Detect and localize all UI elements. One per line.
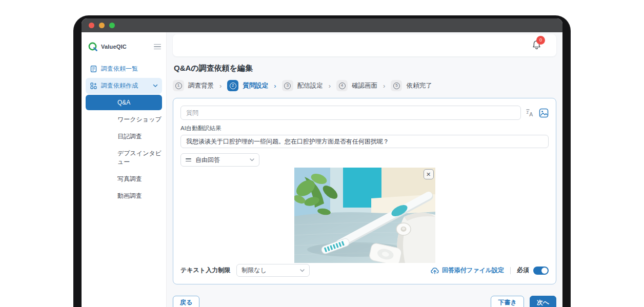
sidebar-item-label: 調査依頼一覧	[101, 65, 138, 73]
notification-bell-button[interactable]: 0	[532, 39, 543, 52]
add-image-icon[interactable]	[539, 108, 549, 118]
valueqic-logo-icon	[88, 42, 98, 52]
step-separator-icon: ›	[383, 82, 385, 90]
answer-type-select[interactable]: 自由回答	[180, 153, 259, 167]
step-delivery-settings[interactable]: 3 配信設定	[282, 80, 323, 91]
attachment-settings-label: 回答添付ファイル設定	[442, 266, 504, 275]
step-request-complete[interactable]: 5 依頼完了	[391, 80, 432, 91]
back-button[interactable]: 戻る	[173, 296, 199, 307]
svg-text:z: z	[527, 109, 529, 114]
toothbrush-toothpaste-photo	[294, 168, 435, 263]
step-separator-icon: ›	[274, 82, 276, 90]
divider	[510, 267, 511, 274]
zoom-window-button[interactable]	[109, 23, 115, 28]
step-survey-background[interactable]: 1 調査背景	[173, 80, 214, 91]
logo-row: ValueQIC	[82, 37, 166, 60]
page-title: Q&Aの調査依頼を編集	[174, 64, 555, 73]
step-number-box: 4	[336, 80, 348, 91]
window-titlebar	[82, 18, 562, 32]
chevron-down-icon	[300, 269, 305, 272]
footer-actions: 戻る 下書き 次へ	[173, 296, 556, 307]
sidebar-item-photo-survey[interactable]: 写真調査	[82, 171, 166, 188]
notification-badge: 0	[536, 36, 545, 45]
step-number-box: 1	[173, 80, 184, 91]
main-area: 0 Q&Aの調査依頼を編集 1 調査背景 › 2 質問設定	[167, 32, 562, 307]
question-input[interactable]	[180, 106, 521, 120]
text-limit-value: 制限なし	[242, 266, 296, 275]
answer-type-icon	[186, 158, 191, 161]
answer-type-value: 自由回答	[195, 156, 246, 165]
step-question-settings[interactable]: 2 質問設定	[227, 80, 268, 91]
top-header-bar: 0	[173, 34, 556, 56]
required-toggle[interactable]	[533, 267, 549, 275]
screenshot-stage: ValueQIC 調査依頼一覧	[0, 0, 644, 307]
draft-button[interactable]: 下書き	[491, 296, 524, 307]
question-image-attachment: ✕	[294, 168, 435, 263]
sidebar-item-diary-survey[interactable]: 日記調査	[82, 128, 166, 145]
required-label: 必須	[517, 266, 529, 275]
sidebar-item-create-request[interactable]: 調査依頼作成	[86, 78, 162, 94]
close-window-button[interactable]	[89, 23, 94, 28]
traffic-lights	[89, 23, 115, 28]
app-body: ValueQIC 調査依頼一覧	[82, 32, 562, 307]
minimize-window-button[interactable]	[99, 23, 105, 28]
chevron-down-icon	[250, 158, 254, 161]
stepper: 1 調査背景 › 2 質問設定 › 3 配信設定 ›	[173, 80, 556, 91]
app-window: ValueQIC 調査依頼一覧	[82, 18, 562, 307]
sidebar: ValueQIC 調査依頼一覧	[82, 32, 167, 307]
step-confirmation[interactable]: 4 確認画面	[336, 80, 377, 91]
step-number-box: 2	[227, 80, 238, 91]
create-grid-icon	[90, 82, 97, 90]
step-separator-icon: ›	[329, 82, 331, 90]
question-card: z A	[173, 98, 556, 284]
attachment-settings-link[interactable]: 回答添付ファイル設定	[431, 266, 504, 275]
translation-result-label: AI自動翻訳結果	[180, 125, 549, 132]
device-bezel: ValueQIC 調査依頼一覧	[73, 15, 571, 307]
sidebar-item-workshop[interactable]: ワークショップ	[82, 111, 166, 128]
sidebar-item-depth-interview[interactable]: デプスインタビュー	[82, 145, 166, 171]
remove-image-button[interactable]: ✕	[424, 169, 434, 179]
translate-icon[interactable]: z A	[526, 109, 534, 117]
text-limit-label: テキスト入力制限	[180, 266, 230, 275]
step-number-box: 3	[282, 80, 293, 91]
step-separator-icon: ›	[219, 82, 222, 90]
svg-text:A: A	[529, 111, 533, 117]
translation-result-input[interactable]	[180, 135, 549, 148]
chevron-down-icon	[153, 84, 158, 88]
sidebar-item-label: 調査依頼作成	[101, 81, 138, 90]
step-number-box: 5	[391, 80, 402, 91]
sidebar-collapse-icon[interactable]	[154, 44, 161, 50]
next-button[interactable]: 次へ	[530, 296, 556, 307]
sidebar-item-video-survey[interactable]: 動画調査	[82, 188, 166, 204]
cloud-upload-icon	[431, 267, 439, 274]
logo-text: ValueQIC	[101, 44, 154, 50]
sidebar-item-request-list[interactable]: 調査依頼一覧	[86, 61, 162, 77]
sidebar-item-qa[interactable]: Q&A	[86, 95, 162, 110]
document-list-icon	[90, 65, 97, 73]
text-limit-select[interactable]: 制限なし	[236, 264, 310, 277]
